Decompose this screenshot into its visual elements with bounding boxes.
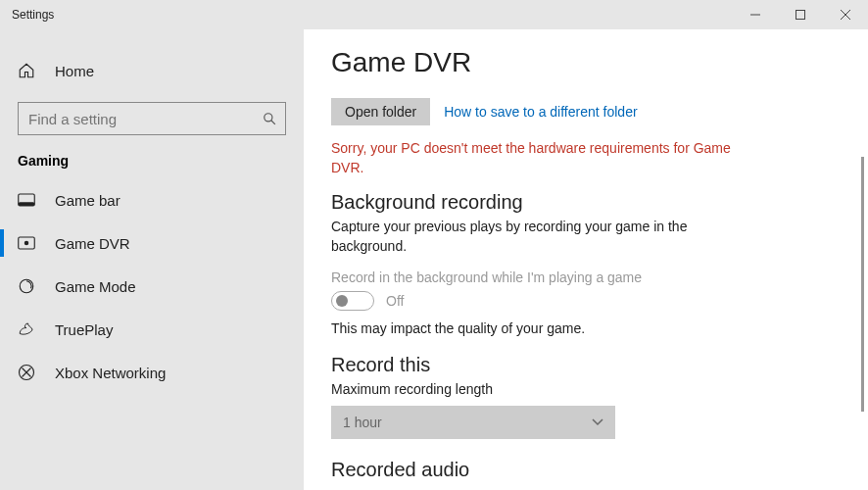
sidebar-item-gamemode[interactable]: Game Mode: [0, 265, 304, 308]
help-link[interactable]: How to save to a different folder: [444, 104, 637, 120]
record-this-label: Maximum recording length: [331, 380, 743, 400]
minimize-icon: [750, 10, 760, 20]
maximize-icon: [796, 10, 805, 20]
sidebar-section-label: Gaming: [0, 153, 304, 178]
sidebar-item-gamedvr[interactable]: Game DVR: [0, 221, 304, 265]
gamebar-icon: [18, 193, 41, 207]
sidebar-item-xboxnetworking[interactable]: Xbox Networking: [0, 351, 304, 394]
xbox-icon: [18, 364, 41, 381]
svg-rect-1: [796, 11, 805, 20]
sidebar-item-gamebar[interactable]: Game bar: [0, 178, 304, 221]
sidebar-item-label: Xbox Networking: [55, 365, 166, 381]
trueplay-icon: [18, 320, 41, 338]
scrollbar[interactable]: [861, 157, 864, 412]
record-this-heading: Record this: [331, 354, 829, 376]
open-folder-button[interactable]: Open folder: [331, 98, 430, 125]
chevron-down-icon: [592, 418, 603, 426]
minimize-button[interactable]: [733, 0, 778, 29]
titlebar: Settings: [0, 0, 868, 29]
search-input[interactable]: [18, 102, 286, 135]
gamemode-icon: [18, 277, 41, 295]
svg-point-9: [24, 241, 29, 246]
background-recording-desc: Capture your previous plays by recording…: [331, 218, 743, 256]
recorded-audio-heading: Recorded audio: [331, 459, 829, 481]
sidebar-home-label: Home: [55, 63, 94, 79]
close-icon: [841, 10, 850, 20]
max-length-select[interactable]: 1 hour: [331, 406, 615, 439]
sidebar-item-label: Game Mode: [55, 278, 136, 295]
dvr-icon: [18, 236, 41, 250]
background-toggle-state: Off: [386, 293, 404, 309]
page-title: Game DVR: [331, 47, 829, 78]
hardware-error-text: Sorry, your PC doesn't meet the hardware…: [331, 139, 752, 177]
background-toggle-label: Record in the background while I'm playi…: [331, 270, 829, 285]
window-title: Settings: [12, 8, 54, 22]
sidebar-item-label: Game DVR: [55, 235, 130, 252]
home-icon: [18, 62, 41, 79]
background-toggle[interactable]: [331, 291, 374, 311]
max-length-value: 1 hour: [343, 415, 382, 430]
close-button[interactable]: [823, 0, 868, 29]
sidebar-home[interactable]: Home: [0, 49, 304, 92]
svg-rect-7: [19, 202, 35, 206]
main-panel: Game DVR Open folder How to save to a di…: [304, 29, 868, 490]
maximize-button[interactable]: [778, 0, 823, 29]
toggle-knob: [336, 295, 348, 307]
sidebar-item-label: Game bar: [55, 192, 121, 209]
sidebar-item-label: TruePlay: [55, 321, 113, 338]
background-recording-heading: Background recording: [331, 191, 829, 214]
sidebar-item-trueplay[interactable]: TruePlay: [0, 308, 304, 351]
sidebar: Home Gaming Game bar Game DVR: [0, 29, 304, 490]
background-note: This may impact the quality of your game…: [331, 320, 829, 336]
